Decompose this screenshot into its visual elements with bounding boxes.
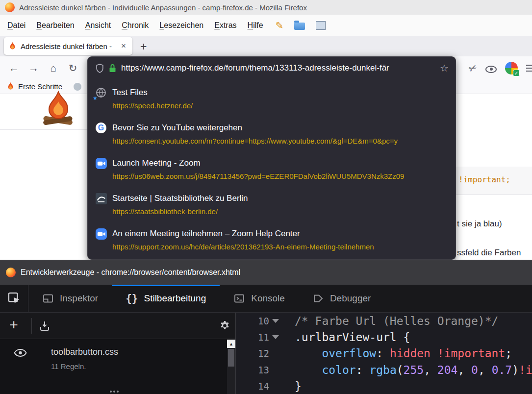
screen: Adressleiste dunkel färben - Individuell… [0,0,532,394]
home-button[interactable]: ⌂ [44,63,62,73]
stylesheet-list-toolbar: + [0,313,235,339]
console-icon [233,293,245,304]
pick-element-button[interactable] [0,285,28,312]
menu-item-extras[interactable]: Extras [209,18,242,33]
code-text: overflow: hidden !important; [295,347,512,360]
bookmark-erste-schritte[interactable]: Erste Schritte [18,82,62,91]
line-number: 13 [254,365,269,375]
stylesheet-info: toolbarbutton.css 11 Regeln. [51,347,118,370]
fold-arrow-icon[interactable] [269,335,282,339]
devtools-tab-styleeditor[interactable]: {}Stilbearbeitung [112,285,220,312]
forum-text-fragment-2: ssfeld die Farben [457,248,521,258]
code-text: .urlbarView-url { [295,331,410,344]
inspector-icon [42,293,54,304]
devtools-tab-label: Stilbearbeitung [144,293,206,304]
zoom-icon [96,228,107,240]
spreadsheet-icon[interactable] [316,21,326,30]
tracking-shield-icon[interactable] [96,64,104,73]
code-text: color: rgba(255, 204, 0, 0.7)!important; [295,364,532,376]
urlbar-result-row[interactable]: ★Test Fileshttps://speed.hetzner.de/ [88,83,456,118]
menu-item-bearbeiten[interactable]: Bearbeiten [31,18,79,33]
urlbar-result-row[interactable]: Startseite | Staatsbibliothek zu Berlinh… [88,189,456,224]
urlbar-input[interactable]: https://www.camp-firefox.de/forum/thema/… [121,63,435,73]
tab-title: Adressleiste dunkel färben - [21,42,115,50]
menubar-extension-icons: ✎ [276,20,326,31]
code-line-10[interactable]: 10/* Farbe Url (Helles Orange)*/ [236,313,532,329]
editor-gutter: 12 [236,348,295,359]
code-text: } [295,380,302,393]
urlbar-dropdown-panel: https://www.camp-firefox.de/forum/thema/… [87,56,456,260]
tab-bar: Adressleiste dunkel färben - × + [0,36,532,56]
library-icon [96,193,107,205]
account-avatar[interactable]: ✓ [505,62,518,74]
devtools-toolbox-tabbar: Inspektor{}StilbearbeitungKonsoleDebugge… [0,285,532,313]
window-titlebar: Adressleiste dunkel färben - Individuell… [0,0,532,15]
line-number: 10 [254,316,269,326]
globe-icon: ★ [96,87,107,99]
visibility-eye-icon[interactable] [14,348,27,370]
menu-item-ansicht[interactable]: Ansicht [80,18,116,33]
devtools-tab-console[interactable]: Konsole [220,285,299,312]
css-source-editor[interactable]: 10/* Farbe Url (Helles Orange)*/11.urlba… [236,313,532,394]
urlbar[interactable]: https://www.camp-firefox.de/forum/thema/… [88,57,456,79]
debugger-icon [312,293,324,304]
urlbar-result-row[interactable]: Launch Meeting - Zoomhttps://us06web.zoo… [88,153,456,189]
editor-gutter: 11 [236,332,295,343]
devtools-firefox-icon [6,268,16,277]
forward-button[interactable]: → [25,63,43,73]
code-line-12[interactable]: 12 overflow: hidden !important; [236,345,532,362]
result-title: Bevor Sie zu YouTube weitergehen [112,123,448,133]
back-button[interactable]: ← [5,63,23,73]
splitter-grip-icon[interactable] [110,391,112,393]
scrollbar-up-arrow-icon[interactable]: ▲ [227,340,235,348]
code-line-11[interactable]: 11.urlbarView-url { [236,329,532,345]
editor-gutter: 10 [236,316,295,326]
zoom-icon [96,158,107,170]
settings-gear-icon[interactable] [219,320,230,331]
check-badge-icon: ✓ [513,70,520,76]
style-editor-panel: + toolbarbutton.css 11 Regeln. [0,313,532,394]
lock-icon[interactable] [109,64,116,73]
forum-text-fragment-1: t sie ja blau) [457,219,502,229]
screenshot-tool-icon[interactable]: ✂ [467,61,479,75]
bookmark-favicon-partial-icon[interactable] [74,83,81,91]
menu-item-lesezeichen[interactable]: Lesezeichen [154,18,209,33]
bookmark-star-icon[interactable]: ☆ [440,62,449,74]
stylesheet-list-item[interactable]: toolbarbutton.css 11 Regeln. [0,339,235,370]
folder-icon[interactable] [294,23,305,30]
line-number: 12 [254,348,269,359]
urlbar-result-row[interactable]: GBevor Sie zu YouTube weitergehenhttps:/… [88,118,456,153]
menu-bar: DateiBearbeitenAnsichtChronikLesezeichen… [0,15,532,36]
menu-item-hilfe[interactable]: Hilfe [242,18,269,33]
result-url: https://support.zoom.us/hc/de/articles/2… [112,243,448,251]
menu-item-chronik[interactable]: Chronik [116,18,154,33]
note-tool-icon[interactable]: ✎ [276,20,284,31]
window-title: Adressleiste dunkel färben - Individuell… [19,3,307,12]
menu-item-datei[interactable]: Datei [2,18,31,33]
devtools-tab-inspector[interactable]: Inspektor [28,285,112,312]
tab-favicon-flame-icon [9,42,16,50]
tab-adressleiste[interactable]: Adressleiste dunkel färben - × [4,37,132,55]
code-line-14[interactable]: 14} [236,378,532,394]
devtools-tab-debugger[interactable]: Debugger [299,285,384,312]
scrollbar-thumb[interactable] [228,349,234,367]
code-text: /* Farbe Url (Helles Orange)*/ [295,315,498,327]
editor-gutter: 13 [236,365,295,375]
stylesheet-name: toolbarbutton.css [51,347,118,357]
urlbar-results-list: ★Test Fileshttps://speed.hetzner.de/GBev… [88,79,456,259]
devtools-window-title: Entwicklerwerkzeuge - chrome://browser/c… [21,268,240,277]
stylesheet-list-scrollbar[interactable]: ▲ [227,340,235,394]
toolbar-separator [31,318,32,334]
fold-arrow-icon[interactable] [269,319,282,323]
code-line-13[interactable]: 13 color: rgba(255, 204, 0, 0.7)!importa… [236,362,532,378]
app-menu-icon[interactable] [526,68,532,69]
new-stylesheet-button[interactable]: + [3,318,25,332]
toolbar-right-icons: ✂ ✓ [469,62,531,74]
urlbar-result-row[interactable]: An einem Meeting teilnehmen – Zoom Help … [88,224,456,259]
tab-close-icon[interactable]: × [120,41,127,51]
new-tab-button[interactable]: + [140,41,147,52]
eye-extension-icon[interactable] [485,66,497,73]
reload-button[interactable]: ↻ [64,63,82,73]
import-stylesheet-button[interactable] [39,320,51,332]
result-title: Launch Meeting - Zoom [112,158,448,168]
